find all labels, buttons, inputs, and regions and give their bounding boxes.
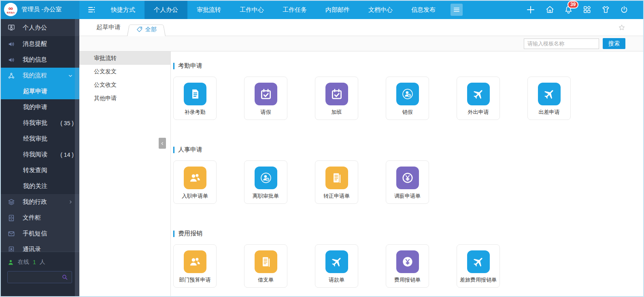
sidebar-scrollbar[interactable] bbox=[75, 19, 79, 297]
topbar-action-power[interactable] bbox=[620, 5, 629, 14]
template-card[interactable]: 借支单 bbox=[244, 244, 287, 288]
card-row: 补录考勤请假加班销假外出申请出差申请 bbox=[173, 77, 644, 120]
tab-all-label: 全部 bbox=[145, 23, 157, 36]
sidebar-item[interactable]: 个人办公 bbox=[0, 19, 79, 36]
brand-logo[interactable]: ∞ 华天动力 bbox=[4, 3, 17, 16]
template-card[interactable]: 离职审批单 bbox=[244, 160, 287, 204]
sidebar-subitem[interactable]: 待我审批( 35 ) bbox=[0, 115, 79, 131]
sidebar-item[interactable]: 我的流程 bbox=[0, 68, 79, 83]
topbar-menu-item[interactable]: 工作任务 bbox=[273, 0, 316, 19]
topbar-menu-item[interactable]: 审批流转 bbox=[187, 0, 230, 19]
template-card[interactable]: 外出申请 bbox=[457, 77, 500, 120]
section-title: 考勤申请 bbox=[173, 62, 644, 70]
template-card[interactable]: 出差申请 bbox=[527, 77, 571, 120]
template-card-label: 调薪申请单 bbox=[386, 192, 429, 200]
template-card[interactable]: 加班 bbox=[315, 77, 358, 120]
subnav-item[interactable]: 公文发文 bbox=[79, 65, 170, 78]
star-icon[interactable] bbox=[618, 24, 626, 32]
sidebar-subitem[interactable]: 起草申请 bbox=[0, 83, 79, 99]
sidebar-search-box bbox=[7, 271, 72, 283]
card-row: 部门预算申请借支单请款单费用报销单差旅费用报销单 bbox=[173, 244, 644, 288]
template-card-label: 销假 bbox=[386, 109, 429, 116]
plane-icon bbox=[467, 250, 490, 273]
tab-all[interactable]: 全部 bbox=[127, 23, 166, 36]
sidebar-item-label: 个人办公 bbox=[23, 24, 47, 32]
template-card-label: 加班 bbox=[315, 109, 358, 116]
template-card[interactable]: 补录考勤 bbox=[173, 77, 217, 120]
sidebar-item[interactable]: 消息提醒 bbox=[0, 36, 79, 52]
template-card-label: 请款单 bbox=[315, 276, 358, 284]
speaker-icon bbox=[7, 56, 15, 64]
subnav-item[interactable]: 审批流转 bbox=[79, 51, 170, 65]
main-body: 审批流转公文发文公文收文其他申请 考勤申请补录考勤请假加班销假外出申请出差申请人… bbox=[79, 51, 644, 297]
search-icon[interactable] bbox=[61, 273, 68, 281]
sidebar-item-label: 待我阅读 bbox=[23, 151, 47, 158]
section-title-text: 人事申请 bbox=[178, 146, 202, 154]
topbar-menu-item[interactable]: 个人办公 bbox=[145, 0, 187, 19]
topbar-menu-item[interactable]: 内部邮件 bbox=[316, 0, 359, 19]
template-card[interactable]: 调薪申请单 bbox=[386, 160, 429, 204]
topbar-menu-item[interactable]: 文档中心 bbox=[359, 0, 402, 19]
template-card[interactable]: 转正申请单 bbox=[315, 160, 358, 204]
subnav-item[interactable]: 公文收文 bbox=[79, 78, 170, 92]
sidebar-subitem[interactable]: 转发查阅 bbox=[0, 162, 79, 178]
template-card[interactable]: 差旅费用报销单 bbox=[457, 244, 500, 288]
users-icon bbox=[184, 167, 206, 189]
hamburger-icon bbox=[453, 6, 461, 14]
template-card[interactable]: 费用报销单 bbox=[386, 244, 429, 288]
topbar-action-add[interactable] bbox=[525, 4, 536, 15]
sidebar-item-label: 消息提醒 bbox=[23, 40, 47, 48]
template-search-input[interactable] bbox=[524, 38, 599, 49]
apps-icon bbox=[582, 5, 592, 14]
section-title-text: 考勤申请 bbox=[178, 62, 202, 70]
topbar-action-home[interactable] bbox=[545, 5, 555, 14]
sidebar-nav: 个人办公消息提醒我的信息我的流程起草申请我的申请待我审批( 35 )经我审批待我… bbox=[0, 19, 79, 252]
template-card[interactable]: 入职申请单 bbox=[173, 160, 217, 204]
notification-badge: 39 bbox=[567, 1, 578, 9]
template-search-toolbar: 搜索 bbox=[79, 36, 644, 51]
sidebar-search-input[interactable] bbox=[11, 274, 61, 281]
user-monitor-icon bbox=[7, 24, 15, 32]
topbar: ∞ 华天动力 管理员 -办公室 快捷方式个人办公审批流转工作中心工作任务内部邮件… bbox=[0, 0, 644, 19]
menu-collapse-icon[interactable] bbox=[87, 5, 97, 15]
sidebar-subitem[interactable]: 待我阅读( 14 ) bbox=[0, 147, 79, 162]
subnav-collapse-handle[interactable] bbox=[159, 138, 166, 149]
topbar-menu-item[interactable]: 工作中心 bbox=[230, 0, 273, 19]
template-card[interactable]: 请款单 bbox=[315, 244, 358, 288]
online-status: 在线 1 人 bbox=[7, 259, 72, 266]
topbar-menu-item[interactable]: 信息发布 bbox=[402, 0, 445, 19]
topbar-action-theme[interactable] bbox=[601, 5, 610, 14]
template-section: 费用报销部门预算申请借支单请款单费用报销单差旅费用报销单 bbox=[173, 230, 644, 288]
sidebar-item[interactable]: 手机短信 bbox=[0, 226, 79, 241]
sidebar-item[interactable]: 我的信息 bbox=[0, 52, 79, 68]
plane-icon bbox=[538, 83, 561, 105]
more-menu-button[interactable] bbox=[451, 4, 463, 16]
sidebar-subitem[interactable]: 我的申请 bbox=[0, 99, 79, 115]
topbar-menu-item[interactable]: 快捷方式 bbox=[102, 0, 145, 19]
calendar-check-icon bbox=[325, 83, 348, 105]
chevron-left-icon bbox=[159, 141, 165, 146]
chevron-right-icon bbox=[68, 199, 74, 205]
topbar-action-apps[interactable] bbox=[582, 5, 592, 14]
template-card[interactable]: 销假 bbox=[386, 77, 429, 120]
sidebar-subitem[interactable]: 经我审批 bbox=[0, 131, 79, 147]
sidebar-item[interactable]: 我的行政 bbox=[0, 194, 79, 210]
sidebar-item-label: 我的流程 bbox=[23, 72, 47, 79]
template-section: 考勤申请补录考勤请假加班销假外出申请出差申请 bbox=[173, 62, 644, 120]
plane-icon bbox=[325, 250, 348, 273]
online-count: 1 bbox=[33, 259, 36, 265]
subnav-item[interactable]: 其他申请 bbox=[79, 92, 170, 105]
template-card[interactable]: 部门预算申请 bbox=[173, 244, 217, 288]
sidebar-item[interactable]: 文件柜 bbox=[0, 210, 79, 226]
topbar-action-notifications[interactable]: 39 bbox=[564, 5, 573, 14]
sidebar-item[interactable]: 通讯录 bbox=[0, 241, 79, 252]
template-card-label: 出差申请 bbox=[528, 109, 570, 116]
sidebar: 个人办公消息提醒我的信息我的流程起草申请我的申请待我审批( 35 )经我审批待我… bbox=[0, 19, 79, 297]
template-card[interactable]: 请假 bbox=[244, 77, 287, 120]
sidebar-subitem[interactable]: 我的关注 bbox=[0, 178, 79, 194]
template-card-label: 费用报销单 bbox=[386, 276, 429, 284]
section-title: 费用报销 bbox=[173, 230, 644, 237]
sidebar-item-label: 通讯录 bbox=[23, 246, 41, 252]
search-button[interactable]: 搜索 bbox=[603, 38, 625, 49]
layers-icon bbox=[7, 198, 15, 206]
